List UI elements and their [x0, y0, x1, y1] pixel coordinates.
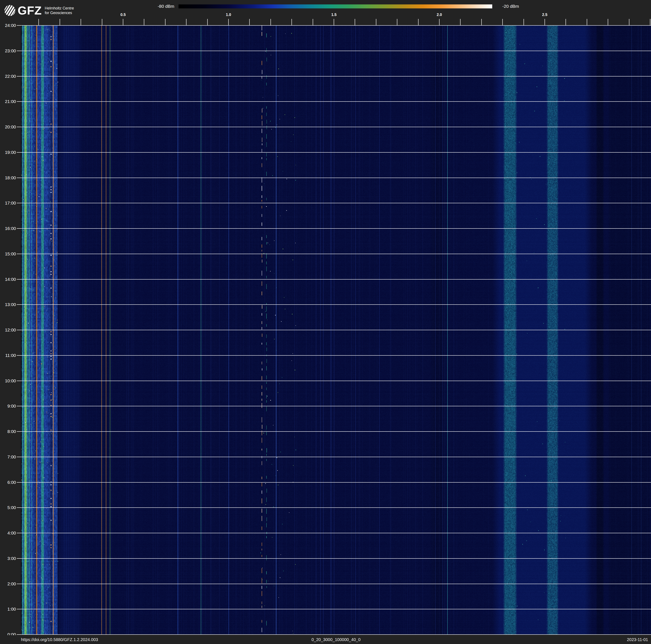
y-axis-label: 9:00: [1, 404, 16, 409]
x-tick: [165, 19, 165, 25]
y-tick: [17, 178, 21, 178]
y-axis-label: 2:00: [1, 581, 16, 586]
x-tick: [123, 19, 123, 25]
x-tick: [271, 19, 271, 25]
y-axis-label: 7:00: [1, 455, 16, 460]
logo-org-text: GFZ: [18, 5, 42, 17]
y-tick: [17, 76, 21, 77]
x-tick: [502, 19, 503, 25]
x-tick: [650, 19, 650, 25]
y-tick: [17, 355, 21, 356]
gfz-logo-icon: [4, 5, 16, 16]
spectrogram-canvas: [21, 25, 651, 635]
y-tick: [17, 101, 21, 102]
y-axis-label: 14:00: [1, 277, 16, 282]
y-tick: [17, 406, 21, 406]
x-tick: [608, 19, 608, 25]
y-axis-label: 3:00: [1, 556, 16, 561]
date-label: 2023-11-01: [627, 637, 648, 642]
y-tick: [17, 254, 21, 254]
colorbar-min-label: -80 dBm: [158, 4, 174, 9]
x-tick: [102, 19, 102, 25]
spectrogram-plot: [21, 25, 651, 635]
x-tick: [418, 19, 418, 25]
y-axis-label: 21:00: [1, 99, 16, 104]
x-tick: [207, 19, 208, 25]
y-tick: [17, 558, 21, 559]
x-tick: [228, 19, 229, 25]
y-tick: [17, 127, 21, 127]
y-axis-label: 18:00: [1, 175, 16, 180]
x-tick: [186, 19, 186, 25]
y-tick: [17, 431, 21, 432]
y-tick: [17, 51, 21, 51]
x-axis-label: 1.5: [326, 12, 342, 18]
colorbar-max-label: -20 dBm: [502, 4, 519, 9]
x-axis-label: 0.5: [115, 12, 131, 18]
y-tick: [17, 507, 21, 508]
y-axis-label: 1:00: [1, 607, 16, 612]
logo-division-line1: Helmholtz Centre: [45, 6, 74, 10]
y-axis-label: 8:00: [1, 429, 16, 434]
y-tick: [17, 25, 21, 26]
x-tick: [565, 19, 566, 25]
y-axis-label: 13:00: [1, 302, 16, 307]
x-axis-label: 1.0: [220, 12, 237, 18]
x-tick: [524, 19, 524, 25]
y-axis-label: 11:00: [1, 353, 16, 358]
y-axis-label: 12:00: [1, 327, 16, 332]
y-axis-label: 16:00: [1, 226, 16, 231]
logo-division-line2: for Geosciences: [45, 10, 74, 15]
y-axis-label: 10:00: [1, 378, 16, 383]
colorbar-gradient: [179, 4, 492, 8]
y-tick: [17, 533, 21, 533]
y-tick: [17, 203, 21, 203]
footer-bar: https://doi.org/10.5880/GFZ.1.2.2024.003…: [0, 635, 651, 644]
y-axis-label: 23:00: [1, 48, 16, 53]
x-tick: [81, 19, 81, 25]
gfz-logo: GFZ Helmholtz Centre for Geosciences: [4, 5, 74, 17]
x-tick: [481, 19, 482, 25]
x-tick: [376, 19, 376, 25]
x-tick: [144, 19, 144, 25]
y-axis-label: 20:00: [1, 124, 16, 129]
x-tick: [334, 19, 334, 25]
y-axis-label: 4:00: [1, 530, 16, 535]
y-tick: [17, 609, 21, 609]
logo-division-text: Helmholtz Centre for Geosciences: [45, 6, 74, 15]
x-tick: [313, 19, 313, 25]
y-tick: [17, 228, 21, 229]
y-tick: [17, 584, 21, 584]
x-tick: [355, 19, 355, 25]
x-tick: [291, 19, 292, 25]
y-axis-label: 6:00: [1, 480, 16, 485]
x-tick: [587, 19, 587, 25]
y-tick: [17, 304, 21, 305]
doi-link[interactable]: https://doi.org/10.5880/GFZ.1.2.2024.003: [21, 637, 98, 642]
y-axis-label: 5:00: [1, 505, 16, 510]
x-tick: [439, 19, 439, 25]
y-tick: [17, 330, 21, 330]
y-axis-label: 24:00: [1, 23, 16, 28]
x-tick: [397, 19, 397, 25]
y-tick: [17, 457, 21, 457]
y-tick: [17, 381, 21, 381]
x-tick: [545, 19, 545, 25]
x-axis-label: 2.0: [431, 12, 448, 18]
y-axis-label: 19:00: [1, 150, 16, 155]
y-tick: [17, 482, 21, 482]
y-axis-label: 15:00: [1, 252, 16, 257]
y-tick: [17, 279, 21, 280]
x-tick: [38, 19, 39, 25]
x-tick: [60, 19, 60, 25]
y-tick: [17, 152, 21, 153]
x-tick: [460, 19, 461, 25]
spectrogram-page: GFZ Helmholtz Centre for Geosciences -80…: [0, 0, 651, 644]
x-tick: [629, 19, 629, 25]
y-tick: [17, 634, 21, 635]
dataset-id: 0_20_3000_100000_40_0: [311, 637, 361, 642]
y-axis-label: 22:00: [1, 74, 16, 79]
x-tick: [249, 19, 250, 25]
y-axis-label: 17:00: [1, 201, 16, 206]
x-axis-label: 2.5: [536, 12, 553, 18]
